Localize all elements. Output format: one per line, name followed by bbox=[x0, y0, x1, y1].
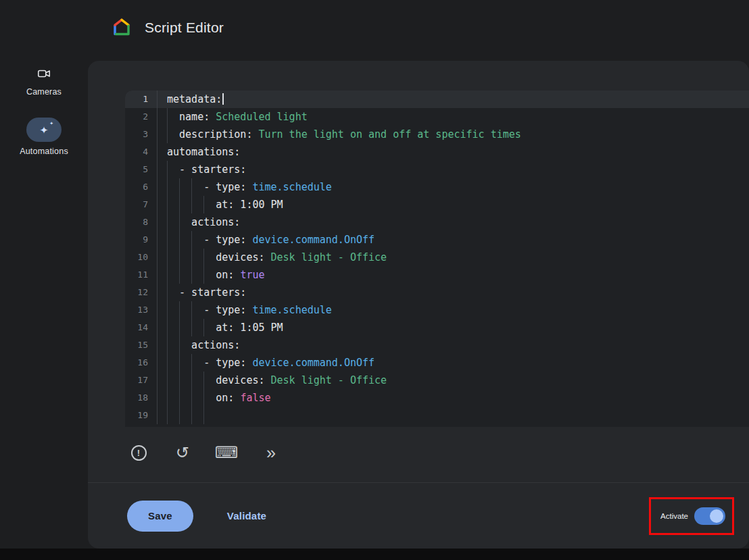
indent-guide bbox=[167, 407, 168, 424]
code-editor[interactable]: 1metadata:2 name: Scheduled light3 descr… bbox=[125, 91, 749, 427]
editor-footer: Save Validate Activate bbox=[88, 482, 749, 549]
activate-label: Activate bbox=[660, 512, 688, 520]
code-token: actions: bbox=[167, 339, 240, 351]
indent-guide bbox=[203, 319, 204, 336]
indent-guide bbox=[191, 372, 192, 389]
text-cursor bbox=[222, 93, 224, 105]
code-token: Turn the light on and off at specific ti… bbox=[258, 128, 521, 141]
line-number: 1 bbox=[125, 91, 158, 108]
indent-guide bbox=[167, 249, 168, 266]
indent-guide bbox=[179, 354, 180, 372]
activate-toggle[interactable] bbox=[694, 507, 725, 525]
code-text: on: false bbox=[158, 389, 749, 407]
line-number: 5 bbox=[125, 161, 158, 178]
code-line[interactable]: 3 description: Turn the light on and off… bbox=[125, 126, 749, 143]
problems-button[interactable]: ! bbox=[125, 439, 152, 466]
code-text: automations: bbox=[158, 143, 749, 161]
indent-guide bbox=[167, 372, 168, 389]
toggle-knob bbox=[710, 509, 723, 523]
code-line[interactable]: 9 - type: device.command.OnOff bbox=[125, 231, 749, 249]
sidebar-item-label: Automations bbox=[0, 147, 88, 156]
code-text: metadata: bbox=[158, 91, 749, 108]
indent-guide bbox=[179, 336, 180, 354]
page-title: Script Editor bbox=[145, 20, 224, 36]
code-text: - starters: bbox=[158, 161, 749, 178]
indent-guide bbox=[179, 266, 180, 284]
code-line[interactable]: 8 actions: bbox=[125, 213, 749, 231]
indent-guide bbox=[179, 389, 180, 407]
code-line[interactable]: 10 devices: Desk light - Office bbox=[125, 249, 749, 266]
indent-guide bbox=[179, 178, 180, 196]
code-line[interactable]: 16 - type: device.command.OnOff bbox=[125, 354, 749, 372]
code-token: - starters: bbox=[167, 163, 246, 176]
code-token: actions: bbox=[167, 216, 240, 228]
sidebar-item-cameras[interactable]: Cameras bbox=[0, 65, 88, 97]
sidebar-item-label: Cameras bbox=[0, 87, 88, 97]
code-line[interactable]: 1metadata: bbox=[125, 91, 749, 108]
code-line[interactable]: 7 at: 1:00 PM bbox=[125, 196, 749, 213]
active-nav-pill: ✦ ✦ bbox=[26, 118, 62, 142]
code-line[interactable]: 6 - type: time.schedule bbox=[125, 178, 749, 196]
code-text: - type: time.schedule bbox=[158, 178, 749, 196]
line-number: 11 bbox=[125, 266, 158, 284]
code-line[interactable]: 12 - starters: bbox=[125, 284, 749, 301]
line-number: 4 bbox=[125, 143, 158, 161]
code-line[interactable]: 14 at: 1:05 PM bbox=[125, 319, 749, 336]
indent-guide bbox=[167, 319, 168, 336]
indent-guide bbox=[191, 354, 192, 372]
line-number: 9 bbox=[125, 231, 158, 249]
keyboard-shortcuts-button[interactable]: ⌨ bbox=[213, 439, 240, 466]
indent-guide bbox=[179, 372, 180, 389]
save-button[interactable]: Save bbox=[127, 501, 193, 532]
indent-guide bbox=[203, 266, 204, 284]
indent-guide bbox=[167, 266, 168, 284]
line-number: 6 bbox=[125, 178, 158, 196]
indent-guide bbox=[179, 213, 180, 231]
expand-button[interactable]: » bbox=[257, 439, 284, 466]
indent-guide bbox=[203, 249, 204, 266]
code-line[interactable]: 17 devices: Desk light - Office bbox=[125, 372, 749, 389]
code-token: time.schedule bbox=[252, 181, 331, 193]
code-token: Scheduled light bbox=[216, 111, 307, 123]
code-token: devices: bbox=[167, 251, 271, 263]
code-text: at: 1:00 PM bbox=[158, 196, 749, 213]
code-line[interactable]: 4automations: bbox=[125, 143, 749, 161]
code-line[interactable]: 2 name: Scheduled light bbox=[125, 108, 749, 126]
code-line[interactable]: 19 bbox=[125, 407, 749, 424]
indent-guide bbox=[167, 301, 168, 319]
sidebar-item-automations[interactable]: ✦ ✦ Automations bbox=[0, 118, 88, 156]
code-text: - type: device.command.OnOff bbox=[158, 354, 749, 372]
indent-guide bbox=[167, 284, 168, 301]
code-text bbox=[158, 407, 749, 424]
code-text: name: Scheduled light bbox=[158, 108, 749, 126]
indent-guide bbox=[179, 407, 180, 424]
indent-guide bbox=[191, 407, 192, 424]
line-number: 19 bbox=[125, 407, 158, 424]
code-token: true bbox=[240, 269, 264, 281]
history-button[interactable]: ↺ bbox=[169, 439, 196, 466]
app-header: Script Editor bbox=[0, 0, 749, 61]
indent-guide bbox=[191, 196, 192, 213]
code-line[interactable]: 13 - type: time.schedule bbox=[125, 301, 749, 319]
indent-guide bbox=[167, 196, 168, 213]
code-token: device.command.OnOff bbox=[252, 357, 374, 369]
code-text: devices: Desk light - Office bbox=[158, 249, 749, 266]
code-token: automations: bbox=[167, 146, 240, 158]
code-text: actions: bbox=[158, 336, 749, 354]
indent-guide bbox=[179, 231, 180, 249]
indent-guide bbox=[167, 178, 168, 196]
code-token: device.command.OnOff bbox=[252, 234, 374, 246]
line-number: 17 bbox=[125, 372, 158, 389]
indent-guide bbox=[179, 196, 180, 213]
code-line[interactable]: 15 actions: bbox=[125, 336, 749, 354]
code-line[interactable]: 5 - starters: bbox=[125, 161, 749, 178]
validate-button[interactable]: Validate bbox=[223, 509, 270, 522]
indent-guide bbox=[191, 178, 192, 196]
line-number: 3 bbox=[125, 126, 158, 143]
error-icon: ! bbox=[131, 445, 147, 461]
code-token: at: 1:05 PM bbox=[167, 322, 283, 334]
code-line[interactable]: 11 on: true bbox=[125, 266, 749, 284]
indent-guide bbox=[191, 249, 192, 266]
code-line[interactable]: 18 on: false bbox=[125, 389, 749, 407]
code-text: devices: Desk light - Office bbox=[158, 372, 749, 389]
